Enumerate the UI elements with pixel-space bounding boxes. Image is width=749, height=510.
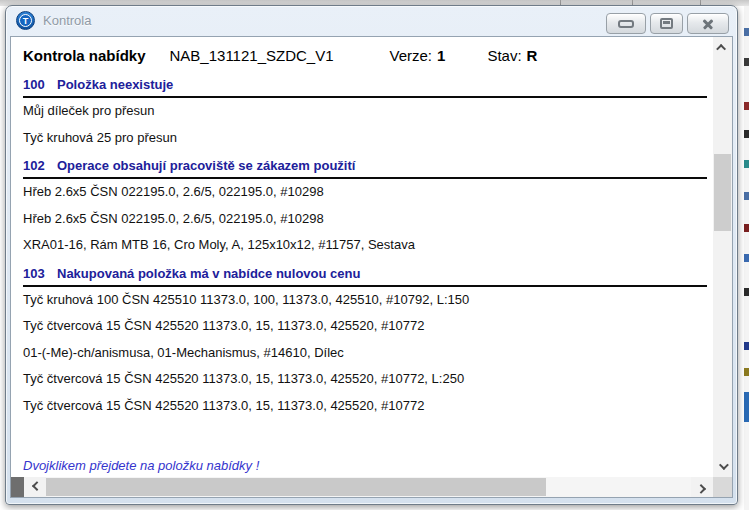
- window-title: Kontrola: [43, 13, 91, 28]
- section-code: 103: [23, 266, 57, 281]
- result-item-row[interactable]: Tyč kruhová 100 ČSN 425510 11373.0, 100,…: [23, 287, 709, 314]
- section-title: Nakupovaná položka má v nabídce nulovou …: [57, 266, 360, 281]
- splitter-grip[interactable]: [11, 477, 24, 497]
- app-logo-icon: T: [16, 11, 35, 30]
- section-items: Hřeb 2.6x5 ČSN 022195.0, 2.6/5, 022195.0…: [23, 179, 709, 259]
- state-value: R: [527, 47, 538, 64]
- section-code: 102: [23, 158, 57, 173]
- chevron-left-icon: [31, 481, 41, 491]
- kontrola-dialog: T Kontrola Kontrola nabídky NAB_131121_S…: [5, 5, 738, 505]
- section-title: Položka neexistuje: [57, 77, 173, 92]
- horizontal-scrollbar[interactable]: [11, 477, 732, 497]
- vertical-scroll-thumb[interactable]: [714, 154, 731, 231]
- result-item-row[interactable]: 01-(-Me)-ch/anismusa, 01-Mechanismus, #1…: [23, 340, 709, 367]
- section-title: Operace obsahují pracoviště se zákazem p…: [57, 158, 355, 173]
- scroll-left-button[interactable]: [24, 477, 46, 497]
- doubleclick-hint: Dvojklikem přejdete na položku nabídky !: [23, 458, 259, 473]
- chevron-right-icon: [696, 483, 706, 493]
- minimize-button[interactable]: [606, 13, 646, 34]
- horizontal-scroll-track[interactable]: [46, 477, 691, 497]
- scrollbar-corner: [713, 477, 732, 497]
- state-label: Stav:: [487, 47, 521, 64]
- scroll-right-button[interactable]: [691, 477, 713, 497]
- result-item-row[interactable]: Tyč čtvercová 15 ČSN 425520 11373.0, 15,…: [23, 366, 709, 393]
- section-items: Můj díleček pro přesunTyč kruhová 25 pro…: [23, 98, 709, 151]
- scroll-down-button[interactable]: [713, 458, 732, 475]
- vertical-scrollbar[interactable]: [713, 37, 732, 477]
- check-results-panel: Kontrola nabídky NAB_131121_SZDC_V1 Verz…: [11, 37, 713, 477]
- result-item-row[interactable]: Tyč čtvercová 15 ČSN 425520 11373.0, 15,…: [23, 393, 709, 420]
- close-button[interactable]: [687, 13, 729, 34]
- version-value: 1: [437, 47, 445, 64]
- result-item-row[interactable]: XRA01-16, Rám MTB 16, Cro Moly, A, 125x1…: [23, 232, 709, 259]
- scroll-up-button[interactable]: [713, 39, 732, 56]
- minimize-icon: [618, 20, 634, 28]
- chevron-down-icon: [719, 460, 729, 470]
- titlebar[interactable]: T Kontrola: [6, 6, 737, 35]
- check-section: 100 Položka neexistuje Můj díleček pro p…: [23, 70, 709, 151]
- result-item-row[interactable]: Hřeb 2.6x5 ČSN 022195.0, 2.6/5, 022195.0…: [23, 206, 709, 233]
- dialog-client-area: Kontrola nabídky NAB_131121_SZDC_V1 Verz…: [10, 36, 733, 498]
- result-item-row[interactable]: Můj díleček pro přesun: [23, 98, 709, 125]
- close-icon: [701, 17, 715, 31]
- result-item-row[interactable]: Hřeb 2.6x5 ČSN 022195.0, 2.6/5, 022195.0…: [23, 179, 709, 206]
- section-header: 103 Nakupovaná položka má v nabídce nulo…: [23, 259, 707, 287]
- document-header: Kontrola nabídky NAB_131121_SZDC_V1 Verz…: [23, 47, 709, 64]
- restore-icon: [660, 18, 673, 29]
- restore-button[interactable]: [650, 13, 683, 34]
- section-header: 100 Položka neexistuje: [23, 70, 707, 98]
- check-section: 103 Nakupovaná položka má v nabídce nulo…: [23, 259, 709, 420]
- section-header: 102 Operace obsahují pracoviště se zákaz…: [23, 151, 707, 179]
- section-code: 100: [23, 77, 57, 92]
- horizontal-scroll-thumb[interactable]: [46, 478, 546, 496]
- section-items: Tyč kruhová 100 ČSN 425510 11373.0, 100,…: [23, 287, 709, 420]
- background-window-sliver: [744, 6, 749, 510]
- document-header-title: Kontrola nabídky: [23, 47, 146, 64]
- result-item-row[interactable]: Tyč čtvercová 15 ČSN 425520 11373.0, 15,…: [23, 313, 709, 340]
- check-section: 102 Operace obsahují pracoviště se zákaz…: [23, 151, 709, 259]
- chevron-up-icon: [716, 44, 726, 54]
- sections-list: 100 Položka neexistuje Můj díleček pro p…: [23, 70, 709, 419]
- document-id: NAB_131121_SZDC_V1: [170, 47, 334, 64]
- result-item-row[interactable]: Tyč kruhová 25 pro přesun: [23, 125, 709, 152]
- version-label: Verze:: [390, 47, 433, 64]
